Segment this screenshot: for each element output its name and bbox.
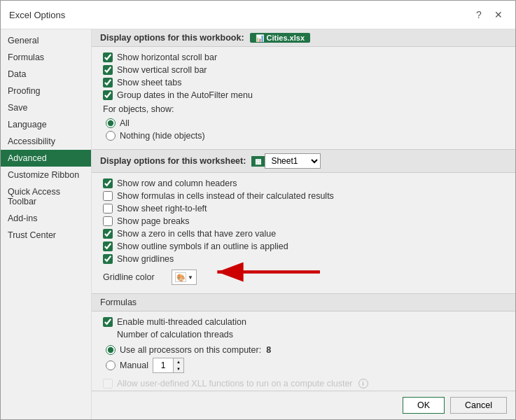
close-button[interactable]: ✕ [490, 6, 507, 23]
check-show-formulas: Show formulas in cells instead of their … [103, 190, 504, 202]
check-outline-symbols: Show outline symbols if an outline is ap… [103, 240, 504, 253]
label-show-vertical-scroll: Show vertical scroll bar [117, 65, 207, 75]
for-objects-label: For objects, show: [103, 104, 504, 114]
label-row-column-headers: Show row and column headers [117, 178, 237, 188]
gridline-color-button[interactable]: 🎨 ▼ [172, 270, 197, 285]
checkbox-show-formulas[interactable] [103, 191, 113, 201]
sidebar-item-general[interactable]: General [1, 32, 91, 49]
sidebar-item-proofing[interactable]: Proofing [1, 83, 91, 99]
radio-group-objects: All Nothing (hide objects) [106, 117, 504, 142]
sidebar-item-data[interactable]: Data [1, 66, 91, 83]
title-buttons: ? ✕ [470, 6, 507, 23]
sidebar-item-advanced[interactable]: Advanced [1, 150, 91, 167]
workbook-header-label: Display options for this workbook: [100, 33, 244, 43]
check-multi-threaded: Enable multi-threaded calculation [103, 316, 504, 328]
worksheet-content: Show row and column headers Show formula… [92, 173, 515, 293]
check-show-horizontal-scroll: Show horizontal scroll bar [103, 51, 504, 64]
radio-label-manual: Manual [120, 360, 148, 370]
sidebar-item-language[interactable]: Language [1, 116, 91, 133]
check-zero-value: Show a zero in cells that have zero valu… [103, 227, 504, 240]
radio-label-nothing: Nothing (hide objects) [120, 131, 205, 141]
sidebar-item-save[interactable]: Save [1, 99, 91, 116]
label-gridlines: Show gridlines [117, 254, 174, 264]
sidebar-item-trust-center[interactable]: Trust Center [1, 227, 91, 244]
threads-label: Number of calculation threads [103, 328, 504, 341]
checkbox-multi-threaded[interactable] [103, 317, 113, 327]
sidebar-item-addins[interactable]: Add-ins [1, 210, 91, 227]
checkbox-zero-value[interactable] [103, 229, 113, 239]
checkbox-show-horizontal-scroll[interactable] [103, 52, 113, 62]
checkbox-page-breaks[interactable] [103, 216, 113, 226]
check-gridlines: Show gridlines [103, 253, 504, 265]
workbook-content: Show horizontal scroll bar Show vertical… [92, 47, 515, 149]
workbook-pill: 📊 Cities.xlsx [250, 33, 310, 43]
radio-input-all-processors[interactable] [106, 345, 116, 355]
info-icon: i [358, 379, 368, 388]
check-group-dates: Group dates in the AutoFilter menu [103, 89, 504, 102]
checkbox-row-column-headers[interactable] [103, 178, 113, 188]
cancel-button[interactable]: Cancel [450, 397, 507, 414]
label-group-dates: Group dates in the AutoFilter menu [117, 90, 253, 100]
dialog-body: General Formulas Data Proofing Save Lang… [1, 29, 515, 419]
worksheet-header-label: Display options for this worksheet: [100, 156, 246, 166]
label-multi-threaded: Enable multi-threaded calculation [117, 317, 246, 327]
checkbox-show-sheet-tabs[interactable] [103, 78, 113, 88]
check-allow-xll: Allow user-defined XLL functions to run … [103, 377, 504, 390]
scrollable-content[interactable]: Display options for this workbook: 📊 Cit… [92, 29, 515, 391]
formulas-content: Enable multi-threaded calculation Number… [92, 312, 515, 391]
check-right-to-left: Show sheet right-to-left [103, 202, 504, 215]
checkbox-gridlines[interactable] [103, 254, 113, 264]
dialog-footer: OK Cancel [92, 391, 515, 419]
ok-button[interactable]: OK [403, 397, 445, 414]
sidebar-item-formulas[interactable]: Formulas [1, 49, 91, 66]
label-outline-symbols: Show outline symbols if an outline is ap… [117, 241, 288, 251]
gridline-color-label: Gridline color [103, 272, 166, 282]
checkbox-right-to-left[interactable] [103, 204, 113, 214]
worksheet-section-header: Display options for this worksheet: ▦ Sh… [92, 149, 515, 173]
content-area: Display options for this workbook: 📊 Cit… [92, 29, 515, 419]
workbook-name: Cities.xlsx [267, 34, 305, 42]
radio-group-threads: Use all processors on this computer: 8 M… [106, 344, 504, 374]
radio-nothing: Nothing (hide objects) [106, 130, 504, 142]
checkbox-group-dates[interactable] [103, 90, 113, 100]
sidebar-item-quick-access[interactable]: Quick Access Toolbar [1, 183, 91, 210]
dropdown-arrow-icon: ▼ [188, 274, 193, 281]
workbook-section-header: Display options for this workbook: 📊 Cit… [92, 29, 515, 47]
sheet-select[interactable]: Sheet1 [265, 153, 321, 169]
help-button[interactable]: ? [470, 6, 487, 23]
radio-all: All [106, 117, 504, 130]
sheet-dropdown: ▦ Sheet1 [251, 153, 321, 169]
radio-manual-threads: Manual ▲ ▼ [106, 356, 504, 374]
gridline-color-container: Gridline color 🎨 ▼ [103, 265, 504, 289]
label-show-horizontal-scroll: Show horizontal scroll bar [117, 52, 217, 62]
check-page-breaks: Show page breaks [103, 215, 504, 227]
sidebar-item-accessibility[interactable]: Accessibility [1, 133, 91, 150]
label-zero-value: Show a zero in cells that have zero valu… [117, 229, 276, 239]
label-page-breaks: Show page breaks [117, 216, 190, 226]
sidebar-item-customize-ribbon[interactable]: Customize Ribbon [1, 167, 91, 183]
radio-input-nothing[interactable] [106, 131, 116, 141]
dialog-title: Excel Options [9, 10, 65, 20]
radio-label-all-processors: Use all processors on this computer: 8 [120, 345, 271, 355]
color-swatch: 🎨 [175, 272, 186, 282]
spin-buttons: ▲ ▼ [173, 358, 183, 372]
label-show-formulas: Show formulas in cells instead of their … [117, 191, 334, 201]
label-right-to-left: Show sheet right-to-left [117, 204, 207, 214]
checkbox-allow-xll[interactable] [103, 379, 113, 388]
spin-up-button[interactable]: ▲ [174, 358, 183, 365]
sheet-icon: ▦ [251, 156, 265, 167]
checkbox-outline-symbols[interactable] [103, 241, 113, 251]
radio-all-processors: Use all processors on this computer: 8 [106, 344, 504, 356]
label-allow-xll: Allow user-defined XLL functions to run … [117, 379, 353, 388]
title-bar: Excel Options ? ✕ [1, 1, 515, 29]
spin-value-input[interactable] [153, 358, 173, 372]
formulas-header-label: Formulas [100, 298, 137, 307]
spin-down-button[interactable]: ▼ [174, 365, 183, 372]
sidebar: General Formulas Data Proofing Save Lang… [1, 29, 92, 419]
radio-input-manual[interactable] [106, 360, 116, 370]
label-show-sheet-tabs: Show sheet tabs [117, 78, 181, 88]
radio-label-all: All [120, 118, 130, 128]
radio-input-all[interactable] [106, 118, 116, 128]
checkbox-show-vertical-scroll[interactable] [103, 65, 113, 75]
formulas-section-header: Formulas [92, 293, 515, 312]
